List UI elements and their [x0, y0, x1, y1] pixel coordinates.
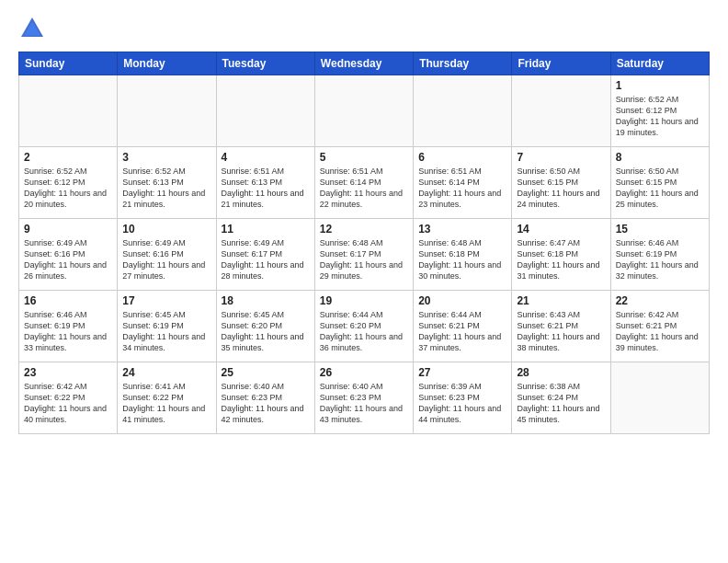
day-info: Sunrise: 6:47 AM Sunset: 6:18 PM Dayligh… [517, 237, 605, 282]
calendar-cell: 27Sunrise: 6:39 AM Sunset: 6:23 PM Dayli… [414, 362, 512, 434]
day-number: 16 [24, 294, 112, 307]
calendar-cell: 3Sunrise: 6:52 AM Sunset: 6:13 PM Daylig… [118, 147, 216, 219]
day-number: 8 [616, 151, 704, 164]
day-info: Sunrise: 6:45 AM Sunset: 6:20 PM Dayligh… [222, 309, 310, 354]
weekday-header-saturday: Saturday [610, 52, 709, 75]
calendar-cell: 6Sunrise: 6:51 AM Sunset: 6:14 PM Daylig… [414, 147, 512, 219]
weekday-header-tuesday: Tuesday [216, 52, 314, 75]
calendar-week-4: 16Sunrise: 6:46 AM Sunset: 6:19 PM Dayli… [19, 291, 710, 362]
day-info: Sunrise: 6:43 AM Sunset: 6:21 PM Dayligh… [517, 309, 605, 354]
calendar-cell [118, 75, 216, 147]
day-info: Sunrise: 6:49 AM Sunset: 6:16 PM Dayligh… [122, 237, 210, 282]
day-info: Sunrise: 6:45 AM Sunset: 6:19 PM Dayligh… [122, 309, 210, 354]
calendar-cell: 25Sunrise: 6:40 AM Sunset: 6:23 PM Dayli… [216, 362, 314, 434]
day-info: Sunrise: 6:38 AM Sunset: 6:24 PM Dayligh… [517, 381, 605, 426]
day-info: Sunrise: 6:51 AM Sunset: 6:14 PM Dayligh… [418, 166, 506, 211]
day-number: 23 [24, 366, 112, 379]
calendar-week-3: 9Sunrise: 6:49 AM Sunset: 6:16 PM Daylig… [19, 219, 710, 291]
day-number: 25 [222, 366, 310, 379]
calendar-cell: 12Sunrise: 6:48 AM Sunset: 6:17 PM Dayli… [314, 219, 413, 291]
logo [18, 15, 50, 42]
calendar-cell: 13Sunrise: 6:48 AM Sunset: 6:18 PM Dayli… [414, 219, 512, 291]
day-info: Sunrise: 6:40 AM Sunset: 6:23 PM Dayligh… [320, 381, 408, 426]
day-info: Sunrise: 6:46 AM Sunset: 6:19 PM Dayligh… [616, 237, 704, 282]
day-info: Sunrise: 6:50 AM Sunset: 6:15 PM Dayligh… [616, 166, 704, 211]
calendar-cell: 5Sunrise: 6:51 AM Sunset: 6:14 PM Daylig… [314, 147, 413, 219]
day-number: 13 [418, 223, 506, 236]
calendar-cell [19, 75, 118, 147]
calendar-cell [216, 75, 314, 147]
weekday-header-sunday: Sunday [19, 52, 118, 75]
calendar-cell: 1Sunrise: 6:52 AM Sunset: 6:12 PM Daylig… [610, 75, 709, 147]
weekday-header-thursday: Thursday [414, 52, 512, 75]
day-info: Sunrise: 6:48 AM Sunset: 6:17 PM Dayligh… [320, 237, 408, 282]
day-number: 9 [24, 223, 112, 236]
day-info: Sunrise: 6:52 AM Sunset: 6:12 PM Dayligh… [616, 94, 704, 139]
calendar-cell [610, 362, 709, 434]
weekday-header-monday: Monday [118, 52, 216, 75]
calendar-week-1: 1Sunrise: 6:52 AM Sunset: 6:12 PM Daylig… [19, 75, 710, 147]
day-info: Sunrise: 6:42 AM Sunset: 6:21 PM Dayligh… [616, 309, 704, 354]
calendar-cell: 24Sunrise: 6:41 AM Sunset: 6:22 PM Dayli… [118, 362, 216, 434]
calendar-cell: 4Sunrise: 6:51 AM Sunset: 6:13 PM Daylig… [216, 147, 314, 219]
calendar-cell: 11Sunrise: 6:49 AM Sunset: 6:17 PM Dayli… [216, 219, 314, 291]
day-number: 5 [320, 151, 408, 164]
calendar-cell: 18Sunrise: 6:45 AM Sunset: 6:20 PM Dayli… [216, 291, 314, 362]
calendar-cell: 8Sunrise: 6:50 AM Sunset: 6:15 PM Daylig… [610, 147, 709, 219]
calendar-cell: 14Sunrise: 6:47 AM Sunset: 6:18 PM Dayli… [512, 219, 610, 291]
calendar-cell [314, 75, 413, 147]
day-number: 2 [24, 151, 112, 164]
header [18, 15, 710, 42]
day-info: Sunrise: 6:50 AM Sunset: 6:15 PM Dayligh… [517, 166, 605, 211]
day-info: Sunrise: 6:49 AM Sunset: 6:16 PM Dayligh… [24, 237, 112, 282]
day-number: 12 [320, 223, 408, 236]
day-number: 26 [320, 366, 408, 379]
day-number: 19 [320, 294, 408, 307]
day-number: 11 [222, 223, 310, 236]
day-info: Sunrise: 6:48 AM Sunset: 6:18 PM Dayligh… [418, 237, 506, 282]
day-number: 24 [122, 366, 210, 379]
calendar-week-2: 2Sunrise: 6:52 AM Sunset: 6:12 PM Daylig… [19, 147, 710, 219]
day-number: 7 [517, 151, 605, 164]
calendar-cell: 26Sunrise: 6:40 AM Sunset: 6:23 PM Dayli… [314, 362, 413, 434]
day-info: Sunrise: 6:44 AM Sunset: 6:21 PM Dayligh… [418, 309, 506, 354]
day-number: 28 [517, 366, 605, 379]
day-info: Sunrise: 6:52 AM Sunset: 6:12 PM Dayligh… [24, 166, 112, 211]
calendar-cell: 7Sunrise: 6:50 AM Sunset: 6:15 PM Daylig… [512, 147, 610, 219]
day-info: Sunrise: 6:40 AM Sunset: 6:23 PM Dayligh… [222, 381, 310, 426]
calendar-cell: 20Sunrise: 6:44 AM Sunset: 6:21 PM Dayli… [414, 291, 512, 362]
day-info: Sunrise: 6:49 AM Sunset: 6:17 PM Dayligh… [222, 237, 310, 282]
calendar-cell: 2Sunrise: 6:52 AM Sunset: 6:12 PM Daylig… [19, 147, 118, 219]
calendar-cell: 21Sunrise: 6:43 AM Sunset: 6:21 PM Dayli… [512, 291, 610, 362]
calendar-table: SundayMondayTuesdayWednesdayThursdayFrid… [18, 52, 710, 434]
calendar-cell: 16Sunrise: 6:46 AM Sunset: 6:19 PM Dayli… [19, 291, 118, 362]
day-info: Sunrise: 6:51 AM Sunset: 6:13 PM Dayligh… [222, 166, 310, 211]
day-number: 20 [418, 294, 506, 307]
day-info: Sunrise: 6:42 AM Sunset: 6:22 PM Dayligh… [24, 381, 112, 426]
day-number: 10 [122, 223, 210, 236]
day-info: Sunrise: 6:46 AM Sunset: 6:19 PM Dayligh… [24, 309, 112, 354]
day-number: 4 [222, 151, 310, 164]
calendar-cell: 23Sunrise: 6:42 AM Sunset: 6:22 PM Dayli… [19, 362, 118, 434]
calendar-cell [512, 75, 610, 147]
day-info: Sunrise: 6:51 AM Sunset: 6:14 PM Dayligh… [320, 166, 408, 211]
calendar-week-5: 23Sunrise: 6:42 AM Sunset: 6:22 PM Dayli… [19, 362, 710, 434]
day-number: 17 [122, 294, 210, 307]
day-number: 18 [222, 294, 310, 307]
calendar-cell: 17Sunrise: 6:45 AM Sunset: 6:19 PM Dayli… [118, 291, 216, 362]
logo-icon [18, 15, 46, 42]
day-number: 1 [616, 79, 704, 92]
day-number: 6 [418, 151, 506, 164]
calendar-cell: 15Sunrise: 6:46 AM Sunset: 6:19 PM Dayli… [610, 219, 709, 291]
day-number: 27 [418, 366, 506, 379]
weekday-header-row: SundayMondayTuesdayWednesdayThursdayFrid… [19, 52, 710, 75]
page: SundayMondayTuesdayWednesdayThursdayFrid… [0, 0, 728, 563]
calendar-cell: 19Sunrise: 6:44 AM Sunset: 6:20 PM Dayli… [314, 291, 413, 362]
weekday-header-wednesday: Wednesday [314, 52, 413, 75]
calendar-cell: 28Sunrise: 6:38 AM Sunset: 6:24 PM Dayli… [512, 362, 610, 434]
day-number: 14 [517, 223, 605, 236]
weekday-header-friday: Friday [512, 52, 610, 75]
day-number: 3 [122, 151, 210, 164]
day-number: 21 [517, 294, 605, 307]
day-number: 15 [616, 223, 704, 236]
